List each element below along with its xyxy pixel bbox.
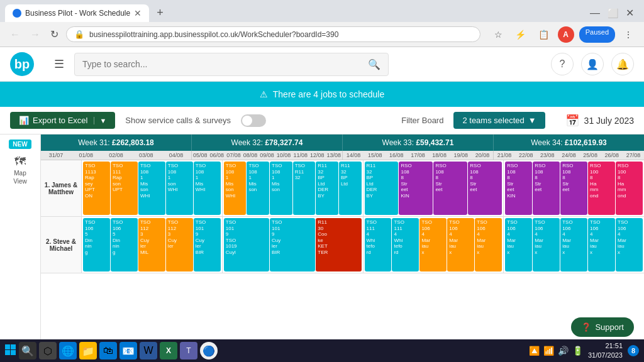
job-card[interactable]: TSO111RapsonUPT (111, 162, 138, 215)
taskbar-search[interactable]: 🔍 (19, 342, 36, 359)
logo-circle: bp (10, 52, 34, 76)
job-card[interactable]: TSO1081MisWHI (194, 162, 221, 215)
job-card[interactable]: TSO1064Mariaux (475, 218, 502, 272)
job-card[interactable]: RSO1088StreetKIN (399, 162, 433, 215)
extension-button[interactable]: ⚡ (511, 26, 530, 43)
week-34-header: Week 34: £102,619.93 (494, 134, 644, 151)
job-card[interactable]: TSO1019TSO1019Cuyl (224, 218, 269, 272)
minimize-button[interactable]: — (590, 8, 600, 19)
search-button[interactable]: 🔍 (368, 58, 380, 70)
windows-start-button[interactable] (5, 344, 16, 358)
back-button[interactable]: ← (8, 26, 23, 43)
job-card[interactable]: TSO1064Mariaux (533, 218, 560, 272)
header-actions: ? 👤 🔔 (551, 53, 634, 75)
job-card[interactable]: R1132BPLtd (339, 162, 362, 215)
alert-icon: ⚠ (260, 89, 268, 99)
taskbar-excel[interactable]: X (160, 342, 177, 359)
job-card[interactable]: RSO1008Hammond (588, 162, 615, 215)
user-button[interactable]: 👤 (581, 53, 604, 75)
week-33-amount: £59,432.71 (416, 138, 453, 147)
job-card[interactable]: TSO1064Mariaux (560, 218, 587, 272)
map-view-nav-item[interactable]: 🗺 Map View (0, 151, 40, 189)
job-card[interactable]: TSO1081Misson (270, 162, 292, 215)
taskbar-teams[interactable]: T (180, 342, 197, 359)
job-card[interactable]: TSO1123Cuyler (166, 218, 193, 272)
hamburger-button[interactable]: ☰ (54, 57, 64, 71)
export-button[interactable]: 📊 Export to Excel ▼ (10, 112, 115, 129)
taskbar-store[interactable]: 🛍 (99, 342, 117, 359)
job-card[interactable]: TSO1113RapseyUPTON (83, 162, 110, 215)
team-row-2: 2. Steve & Michael TSO1065Dinning TSO106… (41, 217, 644, 273)
search-input[interactable] (82, 59, 363, 69)
job-card[interactable]: TSO1081Misson (247, 162, 269, 215)
export-dropdown-arrow[interactable]: ▼ (94, 117, 106, 124)
day-label: 24/08 (558, 151, 579, 160)
job-card[interactable]: R1130CookeKETTER (316, 218, 361, 272)
help-button[interactable]: ? (551, 53, 574, 75)
profile-badge[interactable]: A (558, 26, 574, 43)
teams-filter-button[interactable]: 2 teams selected ▼ (453, 112, 545, 129)
job-card[interactable]: TSO1065Dinning (111, 218, 138, 272)
taskbar-widgets[interactable]: ⬡ (39, 342, 57, 359)
active-tab[interactable]: Business Pilot - Work Schedule ✕ (5, 4, 149, 22)
day-label: 11/08 (292, 151, 309, 160)
job-card[interactable]: TSO1081MissonWHI (138, 162, 165, 215)
job-card[interactable]: TSO1081sonWHI (166, 162, 193, 215)
job-card[interactable]: RSO1008Hammond (616, 162, 643, 215)
job-card[interactable]: TSO1064Mariaux (447, 218, 474, 272)
job-card[interactable]: RSO1088Street (468, 162, 502, 215)
screenshot-button[interactable]: 📋 (535, 26, 553, 43)
taskbar-chrome[interactable]: 🔵 (200, 342, 218, 359)
job-card[interactable]: RSO1088StreetKIN (505, 162, 532, 215)
job-card[interactable]: TSO1064Mariaux (419, 218, 447, 272)
taskbar-word[interactable]: W (140, 342, 157, 359)
bookmark-star-button[interactable]: ☆ (491, 26, 506, 43)
close-button[interactable]: ✕ (626, 7, 634, 19)
new-tab-button[interactable]: + (152, 4, 169, 22)
menu-button[interactable]: ⋮ (620, 26, 636, 43)
job-card[interactable]: TSO1114Whiteford (365, 218, 392, 272)
team-1-label: 1. James & Matthew (41, 160, 82, 216)
day-label: 06/08 (209, 151, 226, 160)
job-card[interactable]: TSO1064Mariaux (588, 218, 615, 272)
taskbar-edge[interactable]: 🌐 (59, 342, 77, 359)
maximize-button[interactable]: ⬜ (608, 8, 618, 18)
job-card[interactable]: TSO1081MissonWHI (224, 162, 247, 215)
job-card[interactable]: TSO1064Mariaux (616, 218, 643, 272)
day-label: 04/08 (161, 151, 191, 160)
team-2-cells: TSO1065Dinning TSO1065Dinning TSO1123Cuy… (82, 217, 644, 273)
tab-close-button[interactable]: ✕ (134, 8, 142, 18)
notifications-button[interactable]: 🔔 (611, 53, 634, 75)
job-card[interactable]: TSO1114Whiteford (392, 218, 419, 272)
job-card[interactable]: TSO1019CuylerBIR (194, 218, 221, 272)
day-label: 13/08 (326, 151, 343, 160)
address-bar[interactable]: 🔒 businesspilottraining.app.businesspilo… (66, 26, 480, 42)
taskbar-explorer[interactable]: 📁 (79, 342, 97, 359)
job-card[interactable]: TSOR1132 (293, 162, 316, 215)
calendar-icon[interactable]: 📅 (565, 114, 579, 128)
team2-week32-cells: TSO1019TSO1019Cuyl TSO1019CuylerBIR R113… (223, 217, 364, 273)
day-label: 21/08 (494, 151, 515, 160)
job-card[interactable]: RSO1088Street (433, 162, 467, 215)
bp-logo: bp (10, 52, 34, 76)
search-bar: 🔍 (74, 53, 389, 76)
team1-week31-cells: TSO1113RapseyUPTON TSO111RapsonUPT TSO10… (82, 160, 223, 216)
job-card[interactable]: RSO1088Street (560, 162, 587, 215)
support-icon: ❓ (581, 322, 591, 332)
job-card[interactable]: TSO1064Mariaux (505, 218, 532, 272)
date-area: 📅 31 July 2023 (565, 114, 634, 128)
support-button[interactable]: ❓ Support (571, 317, 634, 337)
day-label: 12/08 (309, 151, 326, 160)
taskbar-outlook[interactable]: 📧 (119, 342, 137, 359)
job-card[interactable]: TSO1065Dinning (83, 218, 110, 272)
job-card[interactable]: R1132BPLtdDERBY (316, 162, 338, 215)
forward-button[interactable]: → (28, 26, 43, 43)
job-card[interactable]: R1132BPLtdDERBY (365, 162, 399, 215)
job-card[interactable]: RSO1088Street (533, 162, 560, 215)
job-card[interactable]: TSO1019CuylerBIR (270, 218, 315, 272)
week33-dates: 14/08 15/08 16/08 17/08 18/08 19/08 20/0… (343, 151, 494, 160)
toggle-label: Show service calls & surveys (125, 116, 231, 125)
reload-button[interactable]: ↻ (48, 26, 61, 43)
service-calls-toggle[interactable] (241, 114, 266, 127)
job-card[interactable]: TSO1123CuylerMIL (138, 218, 165, 272)
